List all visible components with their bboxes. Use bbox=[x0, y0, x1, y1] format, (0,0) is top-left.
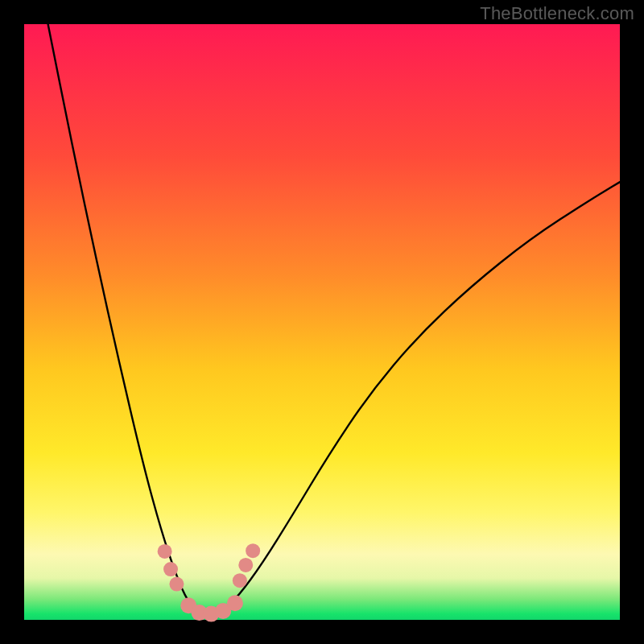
data-marker bbox=[158, 544, 172, 559]
watermark-text: TheBottleneck.com bbox=[480, 3, 634, 24]
data-marker bbox=[227, 595, 243, 611]
data-marker bbox=[246, 543, 260, 558]
data-marker bbox=[238, 558, 253, 572]
data-marker bbox=[163, 562, 178, 576]
chart-svg bbox=[24, 24, 620, 620]
data-marker bbox=[233, 573, 247, 588]
plot-area bbox=[24, 24, 620, 620]
data-markers bbox=[158, 543, 261, 621]
bottleneck-curve-line bbox=[48, 24, 620, 616]
figure-container: TheBottleneck.com bbox=[0, 0, 644, 644]
data-marker bbox=[169, 577, 184, 592]
